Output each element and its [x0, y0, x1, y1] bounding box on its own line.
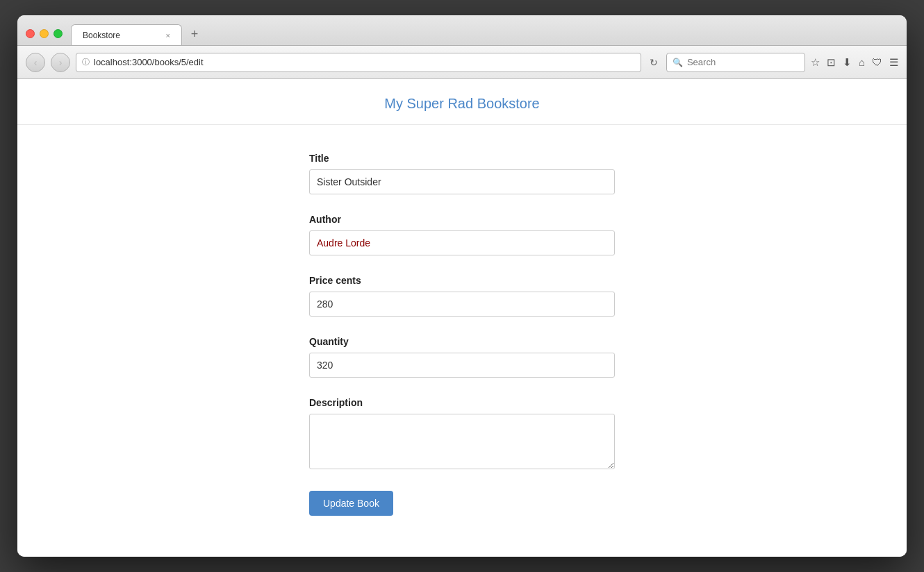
author-field-group: Author	[309, 214, 615, 255]
address-input[interactable]	[94, 57, 635, 67]
minimize-window-button[interactable]	[40, 29, 49, 38]
reload-button[interactable]: ↻	[647, 57, 661, 68]
title-label: Title	[309, 153, 615, 164]
search-bar[interactable]: 🔍	[666, 53, 805, 72]
tab-close-button[interactable]: ×	[166, 31, 170, 40]
tabs-area: Bookstore × +	[71, 24, 898, 45]
maximize-window-button[interactable]	[53, 29, 63, 38]
search-input[interactable]	[687, 57, 799, 67]
back-button[interactable]: ‹	[26, 53, 45, 72]
search-icon: 🔍	[673, 58, 683, 67]
reader-icon[interactable]: ⊡	[827, 56, 836, 69]
quantity-field-group: Quantity	[309, 336, 615, 378]
nav-bar: ‹ › ⓘ ↻ 🔍 ☆ ⊡ ⬇ ⌂ 🛡 ☰	[17, 46, 907, 79]
shield-icon[interactable]: 🛡	[872, 56, 882, 68]
browser-window: Bookstore × + ‹ › ⓘ ↻ 🔍 ☆ ⊡ ⬇ ⌂ 🛡 ☰	[17, 15, 907, 557]
address-bar[interactable]: ⓘ	[76, 53, 641, 72]
forward-button[interactable]: ›	[51, 53, 70, 72]
title-input[interactable]	[309, 169, 615, 194]
price-field-group: Price cents	[309, 275, 615, 317]
site-header: My Super Rad Bookstore	[17, 79, 907, 125]
quantity-input[interactable]	[309, 353, 615, 378]
description-input[interactable]	[309, 414, 615, 469]
browser-toolbar-icons: ☆ ⊡ ⬇ ⌂ 🛡 ☰	[811, 56, 898, 69]
menu-icon[interactable]: ☰	[889, 56, 898, 69]
price-label: Price cents	[309, 275, 615, 286]
tab-label: Bookstore	[83, 31, 120, 40]
author-input[interactable]	[309, 230, 615, 255]
bookmark-icon[interactable]: ☆	[811, 56, 820, 69]
close-window-button[interactable]	[26, 29, 35, 38]
edit-book-form: Title Author Price cents Quantity Descri…	[295, 153, 629, 516]
description-label: Description	[309, 397, 615, 408]
security-icon: ⓘ	[82, 57, 90, 67]
author-label: Author	[309, 214, 615, 225]
download-icon[interactable]: ⬇	[843, 56, 852, 69]
title-field-group: Title	[309, 153, 615, 194]
home-icon[interactable]: ⌂	[859, 56, 865, 68]
description-field-group: Description	[309, 397, 615, 471]
site-title: My Super Rad Bookstore	[17, 96, 907, 112]
active-tab[interactable]: Bookstore ×	[71, 24, 182, 45]
update-book-button[interactable]: Update Book	[309, 491, 393, 516]
new-tab-button[interactable]: +	[185, 24, 204, 44]
price-input[interactable]	[309, 292, 615, 317]
quantity-label: Quantity	[309, 336, 615, 347]
title-bar: Bookstore × +	[17, 15, 907, 46]
page-content: My Super Rad Bookstore Title Author Pric…	[17, 79, 907, 557]
traffic-lights	[26, 29, 63, 38]
